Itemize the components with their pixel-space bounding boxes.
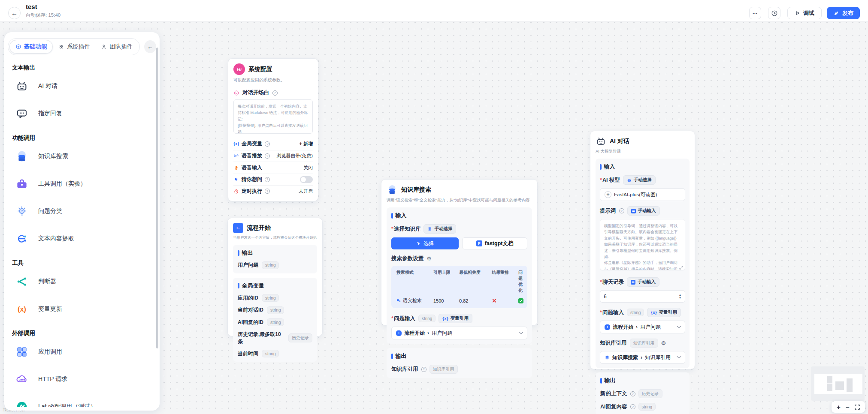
- guess-question-toggle[interactable]: [300, 176, 313, 183]
- tab-group: 基础功能 系统插件 团队插件: [8, 38, 140, 55]
- variable-icon: {x}: [442, 316, 448, 321]
- guess-question-row: ? 猜你想问: [233, 174, 313, 186]
- lightbulb-icon: ?: [15, 205, 28, 218]
- type-badge: string: [418, 315, 436, 322]
- svg-text:(x): (x): [18, 305, 26, 313]
- tts-value[interactable]: 浏览器自带(免费): [277, 153, 313, 159]
- module-item-kb-search[interactable]: 知识库搜索: [12, 143, 153, 170]
- variable-ref-chip[interactable]: {x} 变量引用: [647, 308, 680, 317]
- select-dataset-button[interactable]: 选择: [391, 237, 459, 249]
- http-cloud-icon: HTTP: [15, 373, 28, 386]
- section-title: 外部调用: [12, 330, 153, 337]
- stt-value[interactable]: 关闭: [303, 165, 313, 171]
- tab-basic-modules[interactable]: 基础功能: [9, 40, 53, 54]
- section-title: 输出: [391, 352, 527, 360]
- cursor-icon: [416, 241, 421, 246]
- canvas-controls: [832, 401, 865, 413]
- module-item-http-request[interactable]: HTTP HTTP 请求: [12, 366, 153, 393]
- section-title: 文本输出: [12, 64, 153, 72]
- mic-icon: [233, 165, 239, 171]
- module-item-text-extract[interactable]: 文本内容提取: [12, 225, 153, 252]
- variable-icon: (x): [15, 303, 28, 315]
- stepper-arrows[interactable]: ▲▼: [679, 294, 681, 299]
- type-badge: string: [267, 318, 284, 326]
- help-icon[interactable]: [630, 391, 635, 396]
- kb-ref-settings-gear-icon[interactable]: [661, 340, 666, 346]
- global-var-row: 应用的ID string: [238, 294, 312, 302]
- limit-cell: 1500: [433, 297, 459, 304]
- publish-button[interactable]: 发布: [827, 7, 860, 19]
- module-item-laf[interactable]: Laf 函数调用（测试）: [12, 393, 153, 407]
- manual-select-chip[interactable]: 手动选择: [623, 175, 656, 185]
- prompt-textarea[interactable]: [600, 219, 685, 270]
- output-section: 输出 用户问题 string: [233, 245, 317, 273]
- module-item-condition[interactable]: 判断器: [12, 268, 153, 295]
- more-menu-button[interactable]: [749, 7, 761, 19]
- svg-text:HTTP: HTTP: [18, 379, 25, 381]
- help-icon[interactable]: [265, 177, 270, 182]
- module-item-tool-call[interactable]: 工具调用（实验）: [12, 170, 153, 198]
- tab-team-plugins[interactable]: 团队插件: [96, 40, 138, 54]
- help-icon[interactable]: [630, 404, 635, 409]
- dataset-icon: [427, 227, 432, 231]
- toolbox-icon: [15, 177, 28, 190]
- help-icon[interactable]: [619, 208, 624, 213]
- sidebar-tabs: 基础功能 系统插件 团队插件 ←: [8, 38, 156, 55]
- variable-icon: {x}: [651, 310, 656, 315]
- help-icon[interactable]: [272, 90, 278, 96]
- node-system-config[interactable]: Hi 系统配置 可以配置应用的系统参数。 对话开场白 {x} 全局变量 新增 语…: [228, 58, 318, 201]
- variable-ref-chip[interactable]: {x} 变量引用: [439, 314, 472, 323]
- row-label: 猜你想问: [242, 176, 262, 183]
- module-item-app-call[interactable]: 应用调用: [12, 338, 153, 366]
- dataset-icon: [15, 150, 28, 163]
- module-label: 工具调用（实验）: [38, 180, 86, 188]
- sidebar-scrollbar[interactable]: [156, 48, 158, 348]
- dataset-card[interactable]: F fastgpt文档: [462, 237, 527, 249]
- debug-button[interactable]: 调试: [787, 7, 822, 19]
- help-icon[interactable]: [265, 189, 270, 194]
- collapse-sidebar-button[interactable]: ←: [144, 40, 156, 53]
- row-label: 全局变量: [242, 140, 262, 147]
- manual-input-chip[interactable]: 手动输入: [627, 206, 660, 216]
- history-label: 聊天记录: [600, 279, 624, 286]
- tab-system-plugins[interactable]: 系统插件: [53, 40, 95, 54]
- params-settings-gear-icon[interactable]: [426, 255, 432, 262]
- node-flow-start[interactable]: I.. 流程开始 当用户发送一个内容后，流程将会从这个模块开始执行。 输出 用户…: [227, 218, 323, 336]
- model-select[interactable]: ✳ FastAI-plus(可读图): [600, 188, 685, 201]
- schedule-value[interactable]: 未开启: [299, 188, 313, 195]
- zoom-out-button[interactable]: [846, 404, 850, 410]
- expand-icon[interactable]: [679, 266, 683, 270]
- question-source-select[interactable]: I 流程开始 › 用户问题: [600, 321, 685, 333]
- zoom-in-button[interactable]: [837, 404, 841, 410]
- manual-select-chip[interactable]: 手动选择: [423, 224, 456, 234]
- back-button[interactable]: ←: [8, 7, 21, 19]
- help-icon[interactable]: [265, 153, 270, 159]
- help-icon[interactable]: [265, 141, 270, 147]
- module-item-question-classify[interactable]: ? 问题分类: [12, 198, 153, 225]
- history-count-input[interactable]: [604, 294, 679, 300]
- module-item-ai-chat[interactable]: AI 对话: [12, 72, 153, 100]
- minimap[interactable]: [811, 366, 865, 401]
- help-icon[interactable]: [421, 367, 426, 372]
- node-ai-chat[interactable]: AI 对话 AI 大模型对话 输入 AI 模型 手动选择 ✳ FastAI-pl…: [590, 131, 695, 369]
- welcome-textarea[interactable]: [233, 99, 313, 134]
- fit-view-button[interactable]: [855, 405, 860, 410]
- add-variable-button[interactable]: 新增: [299, 141, 313, 147]
- minimap-node: [847, 378, 853, 392]
- similarity-cell: 0.82: [459, 297, 492, 304]
- module-item-variable-update[interactable]: (x) 变量更新: [12, 295, 153, 323]
- node-subtitle: AI 大模型对话: [596, 149, 690, 154]
- voice-play-icon: [233, 153, 239, 159]
- reply-label: AI回复内容: [600, 403, 627, 411]
- output-section: 输出 新的上下文 历史记录 AI回复内容 string: [596, 372, 690, 414]
- node-kb-search[interactable]: 知识库搜索 调用"语义检索"和"全文检索"能力，从"知识库"中查找可能与问题相关…: [381, 179, 538, 326]
- kb-ref-label: 知识库引用: [600, 339, 627, 347]
- kb-ref-source-select[interactable]: 知识库搜索 › 知识库引用: [600, 351, 685, 364]
- version-history-button[interactable]: [768, 7, 780, 19]
- module-item-fixed-reply[interactable]: 指定回复: [12, 100, 153, 127]
- dataset-icon: [605, 355, 610, 360]
- manual-input-chip[interactable]: 手动输入: [627, 277, 659, 287]
- publish-label: 发布: [842, 9, 853, 17]
- person-icon: [101, 44, 107, 50]
- question-source-select[interactable]: I 流程开始 › 用户问题: [391, 327, 527, 339]
